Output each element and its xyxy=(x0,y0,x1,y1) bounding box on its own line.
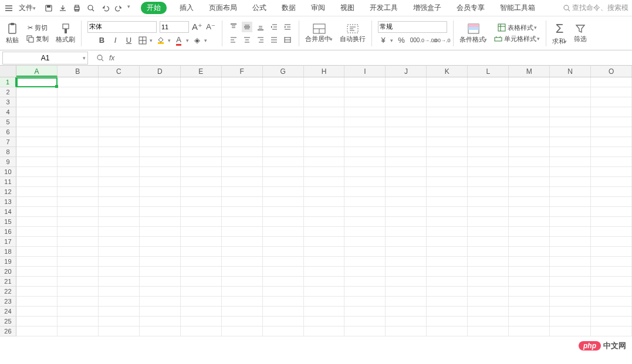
cell[interactable] xyxy=(222,117,263,127)
cell[interactable] xyxy=(427,227,468,237)
cell[interactable] xyxy=(550,257,591,267)
cell[interactable] xyxy=(468,157,509,167)
cell[interactable] xyxy=(16,307,58,317)
cell[interactable] xyxy=(509,267,550,277)
cell[interactable] xyxy=(140,287,181,297)
cell[interactable] xyxy=(427,87,468,97)
align-top-icon[interactable] xyxy=(228,22,239,32)
cell[interactable] xyxy=(99,227,140,237)
cell[interactable] xyxy=(468,326,509,336)
cell[interactable] xyxy=(468,87,509,97)
cell[interactable] xyxy=(263,247,304,257)
cell[interactable] xyxy=(99,267,140,277)
cell[interactable] xyxy=(140,177,181,187)
cell[interactable] xyxy=(58,117,99,127)
auto-wrap-button[interactable]: 自动换行 xyxy=(340,23,366,43)
fill-color-button[interactable] xyxy=(156,35,166,46)
cell[interactable] xyxy=(344,207,386,217)
cell[interactable] xyxy=(58,237,99,247)
row-header[interactable]: 1 xyxy=(0,77,16,87)
col-header[interactable]: B xyxy=(58,66,99,77)
cell[interactable] xyxy=(140,107,181,117)
col-header[interactable]: J xyxy=(386,66,427,77)
cell[interactable] xyxy=(140,147,181,157)
cell[interactable] xyxy=(99,326,140,336)
cell[interactable] xyxy=(263,197,304,207)
cell[interactable] xyxy=(344,247,386,257)
cell[interactable] xyxy=(304,187,345,197)
cell[interactable] xyxy=(304,207,345,217)
cell[interactable] xyxy=(263,207,304,217)
cell[interactable] xyxy=(550,267,591,277)
cell[interactable] xyxy=(263,167,304,177)
cell[interactable] xyxy=(99,187,140,197)
cell[interactable] xyxy=(468,137,509,147)
cell[interactable] xyxy=(509,137,550,147)
cell[interactable] xyxy=(304,77,345,87)
tab-9[interactable]: 会员专享 xyxy=(454,2,487,14)
cell[interactable] xyxy=(263,107,304,117)
cell[interactable] xyxy=(140,97,181,107)
cell[interactable] xyxy=(591,227,632,237)
cell[interactable] xyxy=(58,147,99,157)
cell[interactable] xyxy=(222,267,263,277)
cell[interactable] xyxy=(181,117,222,127)
cell[interactable] xyxy=(344,267,386,277)
cell[interactable] xyxy=(181,227,222,237)
row-header[interactable]: 4 xyxy=(0,107,16,117)
cell[interactable] xyxy=(386,77,427,87)
cell[interactable] xyxy=(427,177,468,187)
cell[interactable] xyxy=(427,297,468,307)
cell[interactable] xyxy=(344,297,386,307)
cell[interactable] xyxy=(509,147,550,157)
cell[interactable] xyxy=(550,217,591,227)
col-header[interactable]: N xyxy=(550,66,591,77)
cell[interactable] xyxy=(304,287,345,297)
cell[interactable] xyxy=(263,267,304,277)
cell[interactable] xyxy=(304,227,345,237)
cell[interactable] xyxy=(304,237,345,247)
cell[interactable] xyxy=(344,147,386,157)
cell[interactable] xyxy=(140,207,181,217)
cell[interactable] xyxy=(386,97,427,107)
cell[interactable] xyxy=(344,277,386,287)
cell[interactable] xyxy=(16,326,58,336)
cell[interactable] xyxy=(427,127,468,137)
cell[interactable] xyxy=(550,187,591,197)
cell[interactable] xyxy=(222,277,263,287)
cell[interactable] xyxy=(591,147,632,157)
cell[interactable] xyxy=(58,227,99,237)
cell[interactable] xyxy=(344,317,386,326)
cell[interactable] xyxy=(427,77,468,87)
cell[interactable] xyxy=(386,227,427,237)
bold-button[interactable]: B xyxy=(97,35,107,46)
cell[interactable] xyxy=(468,177,509,187)
cell[interactable] xyxy=(591,167,632,177)
cell[interactable] xyxy=(16,207,58,217)
cell[interactable] xyxy=(181,137,222,147)
cell[interactable] xyxy=(304,97,345,107)
cell[interactable] xyxy=(591,297,632,307)
fx-label[interactable]: fx xyxy=(109,54,114,62)
cell[interactable] xyxy=(99,247,140,257)
cell[interactable] xyxy=(304,117,345,127)
cell[interactable] xyxy=(427,207,468,217)
row-header[interactable]: 18 xyxy=(0,247,16,257)
cell[interactable] xyxy=(386,297,427,307)
cell[interactable] xyxy=(16,147,58,157)
cell[interactable] xyxy=(140,247,181,257)
cell[interactable] xyxy=(550,207,591,217)
cell[interactable] xyxy=(468,77,509,87)
cell[interactable] xyxy=(427,107,468,117)
cell[interactable] xyxy=(222,317,263,326)
cell[interactable] xyxy=(99,77,140,87)
cell[interactable] xyxy=(222,97,263,107)
cell[interactable] xyxy=(140,307,181,317)
increase-indent-icon[interactable] xyxy=(282,22,293,32)
number-format-select[interactable] xyxy=(378,21,447,33)
currency-icon[interactable]: ¥ xyxy=(378,35,388,46)
cell[interactable] xyxy=(181,197,222,207)
cell[interactable] xyxy=(468,217,509,227)
cell[interactable] xyxy=(468,107,509,117)
col-header[interactable]: D xyxy=(140,66,181,77)
